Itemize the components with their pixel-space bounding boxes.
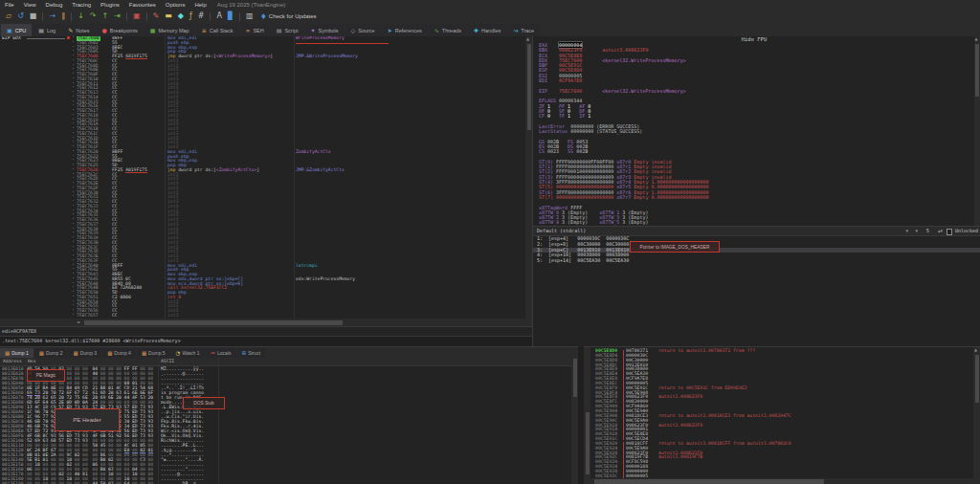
- toolbar-separator: [42, 12, 43, 21]
- patches-icon[interactable]: ▬: [162, 10, 175, 23]
- scroll-thumb[interactable]: [975, 44, 979, 97]
- stack-pane[interactable]: 00C5E8D000780371return to autoit3.007803…: [584, 346, 980, 484]
- pencil-icon[interactable]: ✎: [150, 10, 163, 23]
- menu-item-file[interactable]: File: [0, 2, 19, 8]
- registers-scrollbar[interactable]: ▲: [974, 36, 980, 226]
- spinner-icon[interactable]: ▴▾: [938, 227, 943, 235]
- step-out-icon[interactable]: ↑: [100, 10, 112, 23]
- check-for-updates-button[interactable]: ♦ Check for Updates: [260, 12, 317, 21]
- references-icon: ➤: [388, 27, 392, 33]
- open-file-icon[interactable]: ▱: [3, 10, 14, 23]
- source-icon: ◇: [351, 27, 356, 33]
- run-to-user-code-icon[interactable]: ⇥: [111, 10, 123, 23]
- close-icon[interactable]: ■: [27, 10, 40, 23]
- tab-notes[interactable]: ✎Notes: [62, 24, 95, 36]
- compare-icon[interactable]: ◆: [175, 10, 187, 23]
- menu-items: FileViewDebugTracingPluginsFavouritesOpt…: [0, 2, 212, 8]
- scroll-thumb[interactable]: [527, 44, 531, 130]
- disassembly-pane[interactable]: 75EC76008BFFmov edi,ediWriteProcessMemor…: [0, 36, 525, 319]
- argument-row[interactable]: 5: [esp+14] 00C5EA30 00C5EA30: [533, 258, 980, 263]
- tab-references[interactable]: ➤References: [382, 24, 428, 36]
- scroll-thumb[interactable]: [84, 320, 343, 325]
- menu-item-tracing[interactable]: Tracing: [67, 2, 96, 8]
- chevron-down-icon[interactable]: ▾: [915, 227, 918, 235]
- tab-dump-5[interactable]: ▦Dump 5: [137, 348, 170, 358]
- disasm-row[interactable]: 75EC7657CCint3: [0, 314, 525, 319]
- instruction-bullet: [73, 309, 74, 310]
- fx-icon[interactable]: ƒ: [187, 10, 195, 23]
- instruction-bullet: [73, 86, 74, 87]
- pause-icon[interactable]: ∥: [58, 10, 68, 23]
- watch-1-icon: ◔: [176, 350, 181, 356]
- topmost-icon[interactable]: ▥: [243, 10, 256, 23]
- tab-dump-3[interactable]: ▦Dump 3: [68, 348, 101, 358]
- preferences-icon[interactable]: ▊: [225, 10, 236, 23]
- unlocked-checkbox[interactable]: [947, 229, 953, 235]
- dump-scrollbar[interactable]: [571, 357, 578, 484]
- tab-handles[interactable]: ✚Handles: [468, 24, 506, 36]
- menu-item-view[interactable]: View: [19, 2, 41, 8]
- tab-threads[interactable]: ∿Threads: [429, 24, 467, 36]
- hide-fpu-button[interactable]: Hide FPU: [533, 36, 975, 43]
- instruction-bullet: [73, 218, 74, 219]
- stack-right-scrollbar[interactable]: ▲: [973, 347, 980, 484]
- arguments-pane[interactable]: Default (stdcall) ▾ ▾ 5 ▴▾ Unlocked 1: […: [532, 226, 980, 347]
- instruction-bullet: [73, 195, 74, 196]
- scroll-left-icon[interactable]: ◄: [77, 319, 79, 324]
- registers-pane[interactable]: Hide FPU EAX 00000004EBX 008623F0 autoit…: [532, 36, 975, 226]
- chevron-down-icon[interactable]: ▾: [905, 227, 908, 235]
- scroll-thumb[interactable]: [975, 355, 979, 403]
- instruction-bullet: [73, 137, 74, 138]
- instruction-bullet: [73, 228, 74, 229]
- menu-item-help[interactable]: Help: [189, 2, 211, 8]
- breakpoint-icon[interactable]: [67, 36, 70, 39]
- instruction-bullet: [73, 36, 74, 37]
- tab-dump-4[interactable]: ▦Dump 4: [102, 348, 136, 358]
- scroll-up-icon[interactable]: ▲: [974, 347, 977, 352]
- instruction-bullet: [73, 82, 74, 83]
- tab-call-stack[interactable]: ≡Call Stack: [196, 24, 239, 36]
- tab-struct[interactable]: ⊞Struct: [237, 348, 266, 358]
- step-over-icon[interactable]: ↷: [87, 10, 100, 23]
- menu-item-plugins[interactable]: Plugins: [96, 2, 124, 8]
- tab-trace[interactable]: ↝Trace: [507, 24, 540, 36]
- font-icon[interactable]: A: [213, 10, 224, 23]
- run-icon[interactable]: →: [46, 10, 58, 23]
- menu-item-options[interactable]: Options: [161, 2, 190, 8]
- annotation-pointer-to-image-dos-header: Pointer to IMAGE_DOS_HEADER: [630, 241, 720, 253]
- restart-icon[interactable]: ↺: [14, 10, 27, 23]
- register-line[interactable]: x87TW_4 3 (Empty) x87TW_5 3 (Empty): [533, 220, 975, 225]
- stack-hscrollbar[interactable]: [590, 478, 973, 484]
- tab-symbols[interactable]: ✦Symbols: [304, 24, 344, 36]
- tab-source[interactable]: ◇Source: [345, 24, 381, 36]
- tab-cpu[interactable]: ▣CPU: [1, 24, 32, 36]
- breakpoints-icon[interactable]: ▣: [130, 10, 144, 23]
- tab-locals[interactable]: ≔Locals: [206, 348, 236, 358]
- disassembly-hscrollbar[interactable]: ◄: [0, 319, 532, 326]
- tab-label: Dump 2: [46, 350, 63, 356]
- tab-seh[interactable]: ∞SEH: [239, 24, 269, 36]
- instruction-bullet: [73, 68, 74, 69]
- eip-pointer-line: [27, 38, 65, 39]
- tab-memory-map[interactable]: ▦Memory Map: [145, 24, 195, 36]
- menu-item-debug[interactable]: Debug: [41, 2, 68, 8]
- scroll-thumb[interactable]: [573, 359, 577, 397]
- menu-item-favourites[interactable]: Favourites: [124, 2, 161, 8]
- scroll-thumb[interactable]: [594, 479, 824, 484]
- scroll-up-icon[interactable]: ▲: [975, 36, 978, 41]
- instruction-bullet: [73, 187, 74, 187]
- argument-count[interactable]: 5: [926, 227, 929, 235]
- instruction-bullet: [73, 282, 74, 283]
- calculator-icon[interactable]: #: [195, 10, 208, 23]
- tab-dump-2[interactable]: ▦Dump 2: [34, 348, 68, 358]
- scroll-up-icon[interactable]: ▲: [526, 36, 529, 41]
- tab-breakpoints[interactable]: ●Breakpoints: [97, 24, 144, 36]
- tab-script[interactable]: ▤Script: [271, 24, 304, 36]
- tab-log[interactable]: ▤Log: [33, 24, 61, 36]
- disassembly-vscrollbar[interactable]: ▲: [525, 36, 532, 319]
- step-into-icon[interactable]: ↓: [75, 10, 87, 23]
- disasm-bytes: CC: [112, 314, 118, 319]
- tab-watch-1[interactable]: ◔Watch 1: [171, 348, 205, 358]
- calling-convention-select[interactable]: Default (stdcall): [537, 228, 586, 233]
- tab-dump-1[interactable]: ▦Dump 1: [0, 348, 33, 358]
